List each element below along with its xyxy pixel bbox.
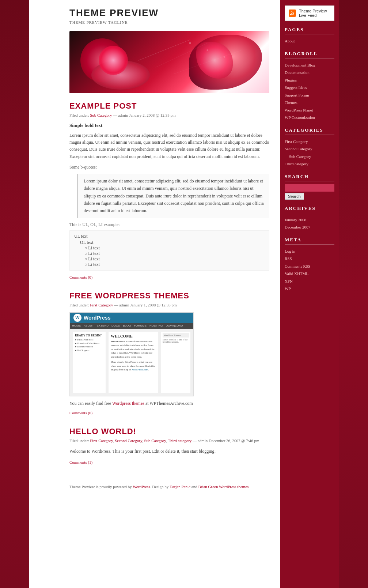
svg-point-4 [206,49,208,51]
post-meta-example-post: Filed under: Sub Category — admin Januar… [69,113,269,117]
post-meta-free-wp: Filed under: First Category — admin Janu… [69,303,269,307]
sidebar-cat-sub[interactable]: Sub Category [285,153,334,161]
search-button[interactable]: Search [285,193,304,200]
post-meta-hello-world: Filed under: First Category, Second Cate… [69,438,269,443]
li-item-4: ○ Li text [84,262,265,267]
hw-cat2[interactable]: Second Category [115,438,142,443]
rss-icon [289,10,296,17]
post-body-free-wp: You can easily find free Wordpress theme… [69,401,269,406]
sidebar-meta-xhtml[interactable]: Valid XHTML [285,270,334,278]
post-cat-link[interactable]: Sub Category [90,113,112,117]
ul-ol-section: UL text OL text ○ Li text ○ Li text ○ Li… [69,230,269,271]
sidebar-blogroll-title: BLOGROLL [285,51,334,59]
darjan-link[interactable]: Darjan Panic [170,485,190,489]
post-cat-link-free-wp[interactable]: First Category [90,303,113,307]
svg-line-2 [173,50,242,74]
brian-link[interactable]: Brian Green WordPress themes [198,485,249,489]
bquotes-label: Some b-quotes: [69,165,269,170]
sidebar-meta-rss[interactable]: RSS [285,255,334,263]
li-item-2: ○ Li text [84,251,265,256]
post-example-post: EXAMPLE POST Filed under: Sub Category —… [69,101,269,280]
sidebar-archive-dec2007[interactable]: December 2007 [285,223,334,231]
ul-text: UL text [74,234,265,239]
post-body-hello-world: Welcome to WordPress. This is your first… [69,448,269,455]
sidebar-page-about[interactable]: About [285,37,334,45]
hero-image [69,31,269,93]
sidebar-cat-first[interactable]: First Category [285,138,334,146]
svg-point-5 [224,56,225,58]
comments-link-example[interactable]: Comments (0) [69,275,92,279]
sidebar-pages-title: PAGES [285,27,334,34]
sidebar: Theme Preview Live Feed PAGES About BLOG… [280,0,339,588]
sidebar-meta-login[interactable]: Log in [285,248,334,255]
sidebar-blogroll-support[interactable]: Support Forum [285,91,334,99]
sidebar-meta-wp[interactable]: WP [285,285,334,293]
post-blockquote: Lorem ipsum dolor sit amet, consectetur … [77,174,269,218]
post-title-free-wp: FREE WORDPRESS THEMES [69,291,269,301]
sidebar-meta-comments-rss[interactable]: Comments RSS [285,263,334,270]
ol-text: OL text [80,240,265,245]
footer: Theme Preview is proudly powered by Word… [69,480,269,489]
sidebar-categories-title: CATEGORIES [285,127,334,135]
hw-cat1[interactable]: First Category [90,438,113,443]
svg-point-3 [189,42,191,44]
wp-screenshot: W WordPress HOME ABOUT EXTEND DOCS BLOG … [69,312,194,396]
sidebar-blogroll-suggest[interactable]: Suggest Ideas [285,84,334,91]
post-free-wordpress-themes: FREE WORDPRESS THEMES Filed under: First… [69,291,269,416]
post-title-example-post: EXAMPLE POST [69,101,269,111]
sidebar-blogroll-devblog[interactable]: Development Blog [285,61,334,69]
post-bold-text: Simple bold text [69,122,269,128]
site-title: THEME PREVIEW [69,7,269,19]
li-item-3: ○ Li text [84,256,265,262]
sidebar-archive-jan2008[interactable]: January 2008 [285,216,334,224]
search-input[interactable] [285,184,334,192]
sidebar-blogroll-wpcustom[interactable]: WP Customization [285,114,334,121]
comments-link-hello-world[interactable]: Comments (1) [69,460,92,464]
sidebar-blogroll-plugins[interactable]: Plugins [285,76,334,84]
hw-cat3[interactable]: Sub Category [144,438,166,443]
sidebar-blogroll-wpplanet[interactable]: WordPress Planet [285,106,334,114]
sidebar-archives-title: ARCHIVES [285,206,334,213]
comments-link-free-wp[interactable]: Comments (0) [69,411,92,415]
sidebar-cat-third[interactable]: Third category [285,160,334,168]
post-body-example: Lorem ipsum dolor sit amet, consectetur … [69,132,269,160]
sidebar-meta-title: META [285,237,334,245]
rss-widget[interactable]: Theme Preview Live Feed [285,5,334,21]
hw-cat4[interactable]: Third category [168,438,191,443]
wp-link[interactable]: WordPress [133,485,150,489]
post-title-hello-world: HELLO WORLD! [69,427,269,436]
sidebar-search-title: SEARCH [285,174,334,181]
footer-text: Theme Preview is proudly powered by Word… [69,485,249,489]
ul-ol-label: This is UL, OL, LI example: [69,222,269,227]
svg-line-0 [139,40,190,61]
li-item-1: ○ Li text [84,245,265,251]
rss-feed-label: Theme Preview Live Feed [299,9,330,18]
sidebar-meta-xfn[interactable]: XFN [285,278,334,285]
sidebar-blogroll-docs[interactable]: Documentation [285,69,334,76]
sidebar-blogroll-themes[interactable]: Themes [285,99,334,106]
post-hello-world: HELLO WORLD! Filed under: First Category… [69,427,269,465]
sidebar-cat-second[interactable]: Second Category [285,145,334,153]
svg-line-1 [156,43,207,67]
wp-themes-link[interactable]: Wordpress themes [112,401,144,406]
site-tagline: THEME PREVIEW TAGLINE [69,20,269,24]
svg-point-6 [290,14,292,15]
